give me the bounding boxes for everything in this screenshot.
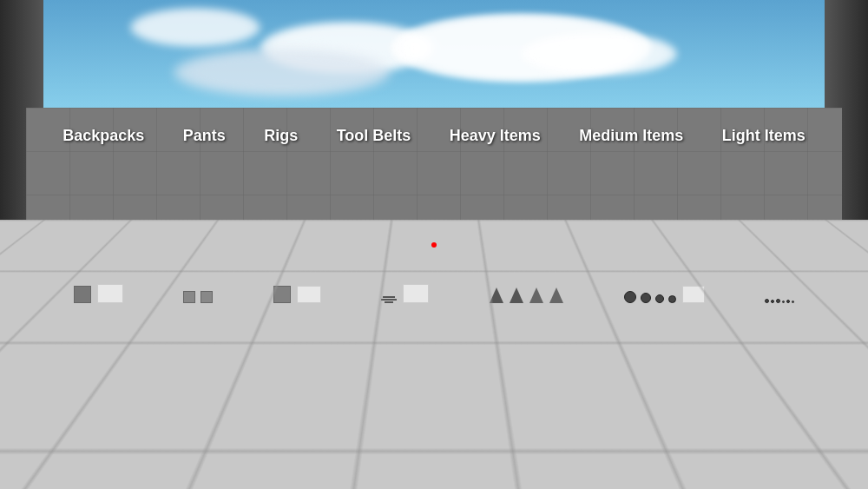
item-panel [403,284,429,303]
item-small [381,299,397,301]
category-backpacks: Backpacks [62,127,144,145]
category-heavy-items: Heavy Items [450,127,541,145]
cloud [174,49,391,96]
category-light-items: Light Items [722,127,806,145]
pants-items [183,291,213,303]
category-labels: Backpacks Pants Rigs Tool Belts Heavy It… [43,127,825,145]
item-dot [786,300,790,303]
category-pants: Pants [183,127,226,145]
item-pyramid [529,287,543,303]
item-pyramid [510,287,523,303]
light-items-items [765,299,794,303]
category-tool-belts: Tool Belts [337,127,411,145]
crosshair [431,242,437,248]
item-panel [682,286,705,303]
item-small [383,296,395,298]
floor [0,220,868,489]
item-box [273,286,291,303]
cloud [130,8,260,47]
item-dot [782,301,785,303]
item-dot [776,299,780,303]
item-box [183,291,195,303]
item-pyramid [549,287,563,303]
item-ball [641,293,651,303]
backpacks-items [74,284,123,303]
item-pyramid [490,287,503,303]
tool-belts-items [381,284,429,303]
item-dot [771,300,774,303]
item-ball [655,294,664,303]
rigs-items [273,286,321,303]
item-panel [97,284,123,303]
item-ball [668,295,676,303]
items-container [43,264,825,303]
heavy-items-items [490,287,563,303]
item-ball [624,291,636,303]
item-panel [297,286,321,303]
category-rigs: Rigs [264,127,298,145]
item-small [385,301,393,303]
medium-items-items [624,286,705,303]
cloud [521,32,677,76]
item-box [74,286,91,303]
item-dot [792,301,794,303]
item-dot [765,299,769,303]
game-viewport: Backpacks Pants Rigs Tool Belts Heavy It… [0,0,868,489]
item-box [201,291,213,303]
category-medium-items: Medium Items [579,127,683,145]
